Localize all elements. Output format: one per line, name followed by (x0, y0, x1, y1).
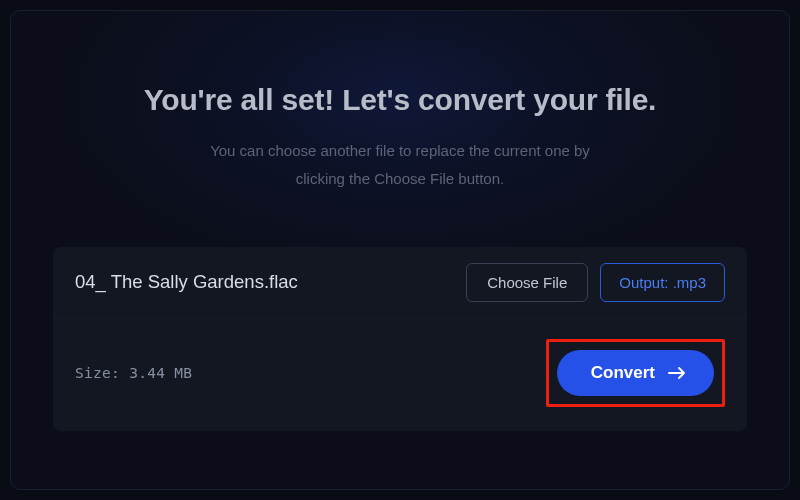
page-subtitle: You can choose another file to replace t… (200, 137, 600, 193)
main-panel: You're all set! Let's convert your file.… (10, 10, 790, 490)
file-name: 04_ The Sally Gardens.flac (75, 271, 456, 293)
arrow-right-icon (668, 366, 686, 380)
file-row: 04_ The Sally Gardens.flac Choose File O… (53, 247, 747, 319)
heading-block: You're all set! Let's convert your file. (53, 83, 747, 117)
choose-file-button[interactable]: Choose File (466, 263, 588, 302)
choose-file-label: Choose File (487, 274, 567, 291)
output-format-button[interactable]: Output: .mp3 (600, 263, 725, 302)
output-format-label: Output: .mp3 (619, 274, 706, 291)
convert-highlight: Convert (546, 339, 725, 407)
file-size: Size: 3.44 MB (75, 365, 546, 381)
file-card: 04_ The Sally Gardens.flac Choose File O… (53, 247, 747, 431)
convert-button[interactable]: Convert (557, 350, 714, 396)
action-row: Size: 3.44 MB Convert (53, 319, 747, 431)
page-title: You're all set! Let's convert your file. (53, 83, 747, 117)
convert-label: Convert (591, 363, 655, 383)
